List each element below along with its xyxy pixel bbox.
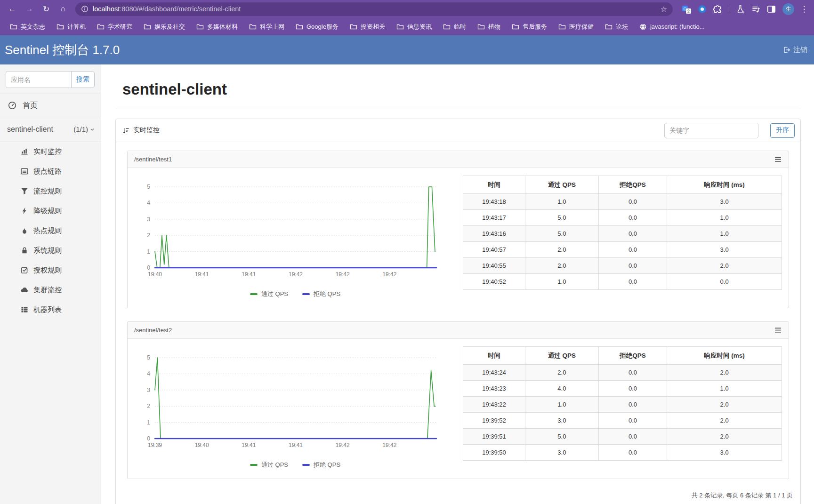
x-tick-label: 19:42 — [336, 442, 350, 448]
logout-icon — [783, 46, 790, 54]
legend-pass-qps[interactable]: 通过 QPS — [250, 461, 288, 469]
card-menu-icon[interactable] — [774, 326, 782, 334]
table-row: 19:39:515.00.02.0 — [463, 429, 782, 445]
column-header: 时间 — [463, 347, 525, 365]
bolt-icon — [20, 207, 28, 215]
table-row: 19:43:234.00.01.0 — [463, 381, 782, 397]
sort-order-button[interactable]: 升序 — [770, 123, 795, 138]
toolbar-separator — [729, 5, 729, 13]
bookmark-javascript[interactable]: javascript: (functio... — [635, 21, 709, 32]
x-tick-label: 19:39 — [148, 442, 162, 448]
series-pass-qps — [155, 187, 435, 268]
legend-block-qps[interactable]: 拒绝 QPS — [302, 290, 340, 298]
bookmark-folder[interactable]: 多媒体材料 — [192, 21, 242, 33]
site-info-icon[interactable] — [81, 5, 89, 13]
legend-block-qps[interactable]: 拒绝 QPS — [302, 461, 340, 469]
sidebar-item-authority-rules[interactable]: 授权规则 — [0, 260, 101, 280]
metrics-table: 时间通过 QPS拒绝QPS响应时间 (ms)19:43:181.00.03.01… — [463, 176, 782, 290]
home-icon[interactable]: ⌂ — [56, 2, 71, 16]
translate-icon[interactable]: G文 — [682, 5, 691, 14]
bookmark-items: 英文杂志计算机学术研究娱乐及社交多媒体材料科学上网Google服务投资相关信息资… — [6, 21, 709, 33]
sidebar-app-toggle[interactable]: sentinel-client (1/1) — [0, 117, 101, 142]
reload-icon[interactable]: ↻ — [39, 2, 54, 16]
app-search-group: 搜索 — [6, 71, 95, 88]
x-tick-label: 19:41 — [289, 442, 303, 448]
profile-avatar[interactable]: 生 — [782, 3, 794, 15]
chevron-down-icon — [89, 126, 96, 133]
chart-legend: 通过 QPS拒绝 QPS — [128, 461, 463, 469]
bookmark-folder[interactable]: 计算机 — [52, 21, 90, 33]
app-search-button[interactable]: 搜索 — [71, 71, 95, 88]
bookmark-folder[interactable]: 信息资讯 — [392, 21, 436, 33]
globe-icon — [639, 23, 647, 31]
app-name: sentinel-client — [7, 125, 53, 134]
bookmark-folder[interactable]: 科学上网 — [245, 21, 289, 33]
sidebar-item-realtime-monitor[interactable]: 实时监控 — [0, 142, 101, 161]
folder-icon — [443, 23, 451, 31]
app-title: Sentinel 控制台 1.7.0 — [5, 42, 120, 58]
sidebar-item-system-rules[interactable]: 系统规则 — [0, 240, 101, 260]
table-row: 19:40:572.00.03.0 — [463, 242, 782, 258]
x-tick-label: 19:41 — [242, 271, 256, 278]
bookmark-folder[interactable]: Google服务 — [291, 21, 343, 33]
bookmark-folder[interactable]: 医疗保健 — [554, 21, 598, 33]
bookmark-folder[interactable]: 娱乐及社交 — [139, 21, 189, 33]
sidebar-item-flow-rules[interactable]: 流控规则 — [0, 181, 101, 201]
folder-icon — [350, 23, 357, 31]
keyword-input[interactable] — [664, 123, 758, 138]
bookmark-folder[interactable]: 植物 — [473, 21, 505, 33]
sidebar-item-machine-list[interactable]: 机器列表 — [0, 300, 101, 320]
x-tick-label: 19:42 — [382, 442, 396, 448]
orb-extension-icon[interactable] — [698, 5, 707, 14]
sidebar-item-degrade-rules[interactable]: 降级规则 — [0, 201, 101, 221]
folder-icon — [558, 23, 566, 31]
sidebar-item-cluster-link[interactable]: 簇点链路 — [0, 161, 101, 181]
card-menu-icon[interactable] — [774, 155, 782, 163]
bookmark-folder[interactable]: 论坛 — [601, 21, 632, 33]
bookmarks-bar: 英文杂志计算机学术研究娱乐及社交多媒体材料科学上网Google服务投资相关信息资… — [0, 18, 814, 35]
y-tick-label: 4 — [132, 200, 150, 206]
bookmark-folder[interactable]: 英文杂志 — [6, 21, 49, 33]
address-bar[interactable]: localhost:8080/#/dashboard/metric/sentin… — [75, 2, 673, 16]
check-square-icon — [20, 266, 28, 274]
folder-icon — [249, 23, 257, 31]
table-row: 19:43:221.00.02.0 — [463, 397, 782, 413]
legend-marker — [302, 293, 310, 295]
back-icon[interactable]: ← — [5, 2, 20, 16]
svg-text:文: 文 — [686, 8, 691, 13]
y-tick-label: 1 — [132, 248, 150, 255]
x-tick-label: 19:42 — [382, 271, 396, 278]
app-search-input[interactable] — [6, 71, 71, 88]
title-divider — [115, 109, 801, 109]
sidebar-item-home[interactable]: 首页 — [0, 94, 101, 117]
page-title: sentinel-client — [122, 80, 814, 98]
y-tick-label: 2 — [132, 403, 150, 409]
bookmark-folder[interactable]: 临时 — [439, 21, 470, 33]
filter-icon — [20, 187, 28, 195]
sidebar-item-cluster-flow[interactable]: 集群流控 — [0, 280, 101, 300]
x-tick-label: 19:41 — [242, 442, 256, 448]
sidebar-item-hotspot-rules[interactable]: 热点规则 — [0, 221, 101, 240]
column-header: 通过 QPS — [525, 176, 599, 194]
column-header: 时间 — [463, 176, 525, 194]
extensions-puzzle-icon[interactable] — [713, 5, 722, 14]
column-header: 响应时间 (ms) — [667, 347, 782, 365]
browser-menu-icon[interactable]: ⋮ — [801, 2, 807, 16]
y-tick-label: 3 — [132, 387, 150, 393]
flask-icon[interactable] — [736, 5, 745, 14]
bookmark-star-icon[interactable]: ☆ — [661, 5, 667, 14]
playlist-icon[interactable] — [751, 5, 760, 14]
forward-icon[interactable]: → — [22, 2, 37, 16]
side-panel-icon[interactable] — [767, 5, 776, 14]
bookmark-folder[interactable]: 投资相关 — [346, 21, 389, 33]
bookmark-folder[interactable]: 售后服务 — [508, 21, 551, 33]
folder-icon — [605, 23, 613, 31]
bookmark-folder[interactable]: 学术研究 — [93, 21, 137, 33]
x-tick-label: 19:42 — [289, 271, 303, 278]
resource-title: /sentinel/test1 — [134, 156, 172, 163]
legend-pass-qps[interactable]: 通过 QPS — [250, 290, 288, 298]
toolbar-extensions: G文 生 ⋮ — [679, 2, 809, 16]
resource-title: /sentinel/test2 — [134, 327, 172, 334]
table-row: 19:43:181.00.03.0 — [463, 194, 782, 210]
logout-button[interactable]: 注销 — [783, 46, 807, 55]
